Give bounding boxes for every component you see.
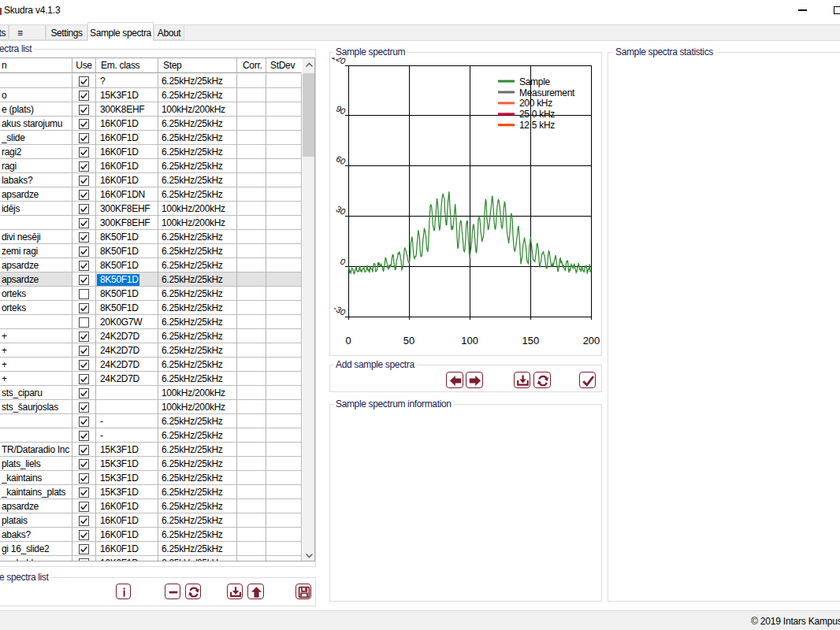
svg-text:200: 200 <box>583 335 600 346</box>
svg-text:60: 60 <box>334 154 347 166</box>
svg-text:Measurement: Measurement <box>519 87 575 98</box>
svg-text:100: 100 <box>461 335 478 346</box>
svg-text:200 kHz: 200 kHz <box>519 98 552 109</box>
svg-text:Sample: Sample <box>519 76 551 87</box>
svg-text:12.5 kHz: 12.5 kHz <box>519 120 555 131</box>
svg-text:0: 0 <box>345 335 351 346</box>
svg-text:30: 30 <box>334 204 347 217</box>
svg-text:150: 150 <box>522 335 540 346</box>
svg-text:25.0 kHz: 25.0 kHz <box>519 109 555 120</box>
svg-text:-30: -30 <box>332 303 347 317</box>
svg-text:0: 0 <box>339 257 348 267</box>
svg-text:50: 50 <box>403 335 414 346</box>
svg-text:90: 90 <box>334 103 347 116</box>
